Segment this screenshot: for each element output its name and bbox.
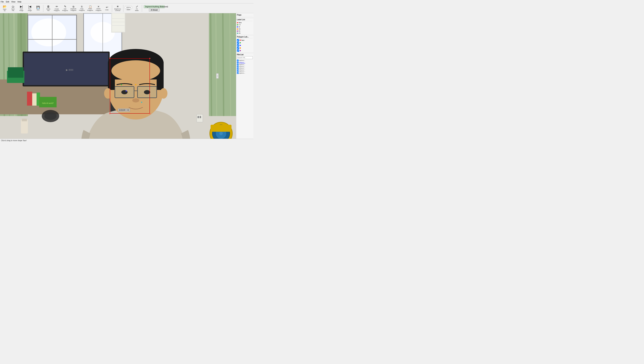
polygon-dot-4 bbox=[240, 50, 241, 51]
svg-point-64 bbox=[104, 88, 112, 99]
prev-image-icon: |◀ bbox=[28, 5, 31, 8]
file-item-name-3: Dj004-0... bbox=[239, 66, 245, 68]
paste-polygons-icon: 📋 bbox=[89, 6, 92, 8]
svg-rect-38 bbox=[32, 93, 36, 106]
right-panel: Flags Label List face r e re bbox=[236, 13, 254, 139]
delete-file-button[interactable]: 🗑 DeleteFile bbox=[44, 4, 52, 13]
svg-point-55 bbox=[112, 60, 160, 81]
svg-rect-26 bbox=[112, 13, 124, 32]
right-panel-collapse-button[interactable]: ‹ bbox=[216, 73, 218, 79]
label-list-title: Label List bbox=[237, 19, 253, 21]
open-file-icon: 🗂 bbox=[12, 5, 14, 8]
duplicate-polygons-button[interactable]: ⧉ DuplicatePolygons bbox=[70, 4, 78, 13]
paste-polygons-label: PastePolygons bbox=[88, 8, 93, 11]
file-item-0[interactable]: Dj004-0... bbox=[237, 60, 253, 61]
svg-text:▶ IIIIIII: ▶ IIIIIII bbox=[66, 69, 73, 71]
undo-button[interactable]: ↩ Undo bbox=[103, 4, 111, 13]
statusbar-text: Click & drag to move shape 'face' bbox=[1, 140, 27, 141]
label-item-face[interactable]: face bbox=[237, 22, 253, 24]
file-checkbox-2[interactable] bbox=[237, 64, 239, 66]
label-name-re2: re bbox=[239, 26, 240, 28]
menu-view[interactable]: View bbox=[11, 1, 16, 3]
file-checkbox-0[interactable] bbox=[237, 60, 239, 61]
svg-rect-75 bbox=[210, 125, 232, 132]
label-name-re1: r e bbox=[239, 24, 240, 26]
open-dir-label: OpenDir bbox=[3, 9, 6, 12]
canvas-area[interactable]: ▶ IIIIIII Hello AI world? bbox=[0, 13, 236, 139]
file-item-1[interactable]: Dj004-0... bbox=[237, 62, 253, 63]
create-polygons-button[interactable]: ✏ CreatePolygons bbox=[53, 4, 61, 13]
copy-polygons-button[interactable]: ⎘ CopyPolygons bbox=[78, 4, 86, 13]
undo-icon: ↩ bbox=[106, 6, 108, 9]
edit-polygons-button[interactable]: ✎ EditPolygons bbox=[61, 4, 69, 13]
file-item-6[interactable]: Dj004-0... bbox=[237, 72, 253, 74]
polygon-dot-3 bbox=[240, 47, 241, 49]
svg-point-72 bbox=[219, 132, 223, 135]
file-item-3[interactable]: Dj004-0... bbox=[237, 66, 253, 68]
polygon-label-item-2[interactable] bbox=[237, 44, 253, 47]
copy-polygons-label: CopyPolygons bbox=[79, 8, 85, 11]
polygon-label-item-1[interactable] bbox=[237, 42, 253, 44]
polygon-checkbox-2[interactable] bbox=[237, 44, 239, 47]
polygon-label-item-3[interactable] bbox=[237, 47, 253, 49]
paste-polygons-button[interactable]: 📋 PastePolygons bbox=[86, 4, 94, 13]
file-search-input[interactable] bbox=[237, 56, 253, 59]
file-checkbox-1[interactable] bbox=[237, 62, 239, 63]
save-button[interactable]: 💾 Save bbox=[34, 4, 42, 13]
label-name-lm: lm bbox=[239, 30, 240, 32]
ai-model-dropdown[interactable]: Segment Anything (Balanced) bbox=[144, 5, 165, 8]
svg-rect-66 bbox=[197, 114, 203, 122]
open-file-button[interactable]: 🗂 OpenFile bbox=[9, 4, 17, 13]
create-polygons-label: CreatePolygons bbox=[54, 8, 60, 12]
delete-polygons-icon: ✕ bbox=[98, 6, 100, 8]
brightness-contrast-icon: ☀ bbox=[116, 5, 119, 8]
file-checkbox-4[interactable] bbox=[237, 68, 239, 70]
ai-model-button[interactable]: AI Model bbox=[149, 9, 160, 12]
svg-point-63 bbox=[132, 98, 139, 102]
polygon-checkbox-1[interactable] bbox=[237, 42, 239, 44]
label-item-lm[interactable]: lm bbox=[237, 30, 253, 32]
menubar: File Edit View Help bbox=[0, 0, 254, 4]
delete-polygons-button[interactable]: ✕ DeletePolygons bbox=[94, 4, 102, 13]
save-label: Save bbox=[36, 9, 40, 11]
svg-point-62 bbox=[144, 90, 150, 94]
menu-file[interactable]: File bbox=[1, 1, 4, 3]
zoom-input[interactable] bbox=[125, 6, 132, 9]
polygon-dot-0 bbox=[240, 40, 241, 41]
fit-width-button[interactable]: ⤢ FitWidth bbox=[133, 4, 141, 13]
next-image-button[interactable]: ▶| Next Image bbox=[18, 4, 26, 13]
svg-line-10 bbox=[210, 13, 212, 116]
toolbar-separator-4 bbox=[142, 5, 142, 12]
polygon-checkbox-3[interactable] bbox=[237, 47, 239, 49]
file-item-5[interactable]: Dj004-0... bbox=[237, 70, 253, 72]
zoom-label: Zoom bbox=[127, 9, 130, 11]
svg-text:Hello AI world?: Hello AI world? bbox=[42, 102, 54, 104]
label-item-no[interactable]: no bbox=[237, 28, 253, 30]
main-content: ▶ IIIIIII Hello AI world? bbox=[0, 13, 254, 139]
file-item-2[interactable]: Dj004-0... bbox=[237, 64, 253, 66]
polygon-checkbox-0[interactable] bbox=[237, 39, 239, 41]
zoom-area: Zoom bbox=[124, 6, 132, 11]
svg-rect-37 bbox=[27, 92, 32, 106]
brightness-contrast-button[interactable]: ☀ BrightnessContrast bbox=[113, 4, 122, 13]
polygon-label-item-4[interactable] bbox=[237, 50, 253, 52]
label-item-re2[interactable]: re bbox=[237, 26, 253, 28]
polygon-checkbox-4[interactable] bbox=[237, 50, 239, 52]
delete-polygons-label: DeletePolygons bbox=[96, 8, 102, 11]
file-checkbox-6[interactable] bbox=[237, 72, 239, 74]
polygon-label-item-0[interactable]: face bbox=[237, 39, 253, 41]
file-checkbox-5[interactable] bbox=[237, 70, 239, 72]
polygon-label-title: Polygon Lab... bbox=[237, 36, 253, 38]
prev-image-button[interactable]: |◀ PrevImage bbox=[26, 4, 34, 13]
label-item-rm[interactable]: rm bbox=[237, 32, 253, 34]
ai-model-area: Segment Anything (Balanced) AI Model bbox=[144, 5, 165, 12]
svg-point-43 bbox=[44, 112, 56, 120]
label-dot-re2 bbox=[237, 26, 238, 28]
file-checkbox-3[interactable] bbox=[237, 66, 239, 68]
file-item-4[interactable]: Dj004-0... bbox=[237, 68, 253, 70]
label-item-re1[interactable]: r e bbox=[237, 24, 253, 26]
open-dir-button[interactable]: 📂 OpenDir bbox=[1, 4, 9, 13]
file-item-name-2: Dj004-0... bbox=[239, 64, 245, 66]
menu-help[interactable]: Help bbox=[18, 1, 22, 3]
menu-edit[interactable]: Edit bbox=[6, 1, 9, 3]
